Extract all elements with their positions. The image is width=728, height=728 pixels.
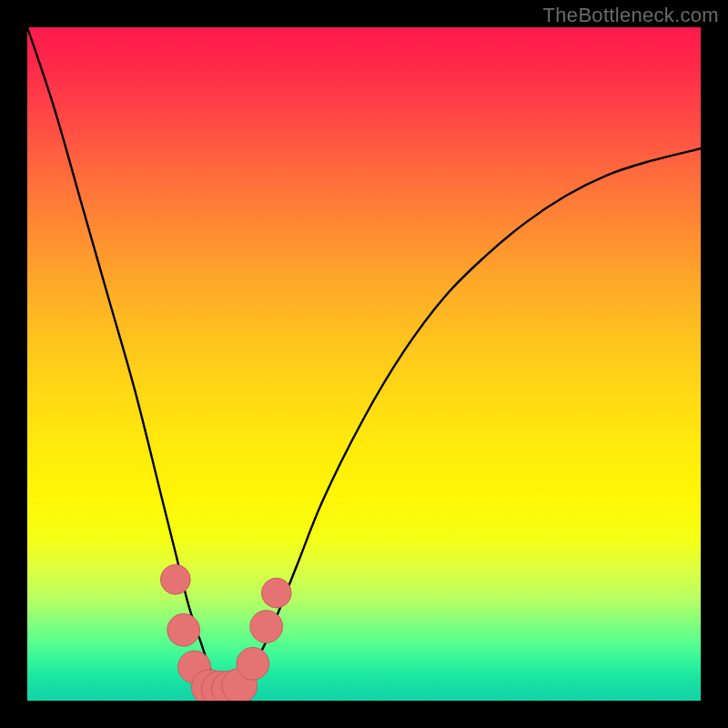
curve-marker bbox=[250, 611, 283, 643]
plot-area bbox=[27, 27, 701, 701]
chart-frame: TheBottleneck.com bbox=[0, 0, 728, 728]
curve-marker bbox=[237, 647, 269, 680]
curve-marker bbox=[261, 578, 291, 608]
curve-marker bbox=[167, 613, 200, 646]
curve-svg bbox=[27, 27, 701, 701]
curve-markers bbox=[160, 564, 291, 701]
watermark: TheBottleneck.com bbox=[543, 4, 719, 27]
curve-marker bbox=[160, 564, 190, 594]
bottleneck-curve bbox=[27, 27, 701, 688]
